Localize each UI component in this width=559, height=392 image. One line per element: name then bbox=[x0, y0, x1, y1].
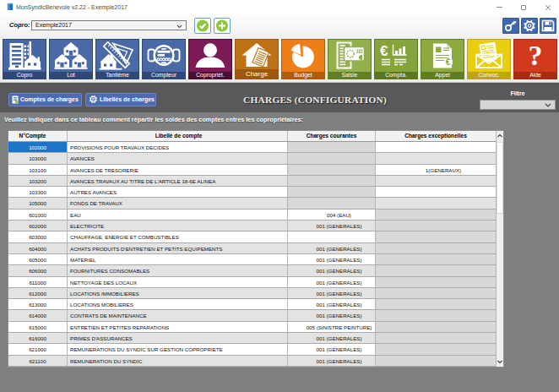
svg-text:€: € bbox=[380, 43, 388, 59]
svg-text:€: € bbox=[446, 57, 451, 67]
svg-text:?: ? bbox=[529, 41, 543, 70]
